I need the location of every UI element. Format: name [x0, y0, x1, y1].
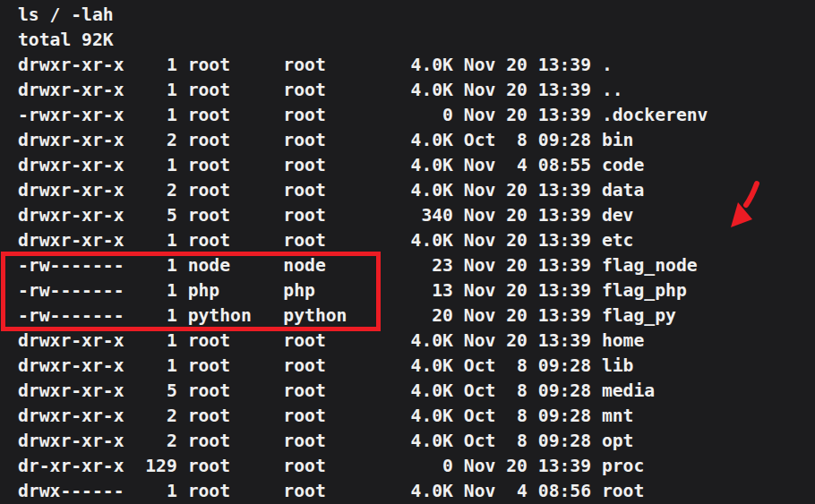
terminal-line: drwxr-xr-x 1 root root 4.0K Nov 20 13:39…	[18, 53, 708, 78]
terminal-line: -rwxr-xr-x 1 root root 0 Nov 20 13:39 .d…	[18, 103, 708, 128]
terminal-line: -rw------- 1 python python 20 Nov 20 13:…	[18, 303, 708, 329]
arrow-head	[731, 202, 752, 227]
arrow-shaft	[746, 184, 757, 205]
terminal-line: drwxr-xr-x 1 root root 4.0K Nov 20 13:39…	[18, 228, 708, 253]
terminal-line: drwxr-xr-x 2 root root 4.0K Nov 20 13:39…	[18, 178, 708, 203]
terminal-line: dr-xr-xr-x 129 root root 0 Nov 20 13:39 …	[18, 454, 708, 479]
terminal-line: drwxr-xr-x 2 root root 4.0K Oct 8 09:28 …	[18, 128, 708, 153]
red-arrow-icon	[716, 175, 770, 237]
terminal-line: -rw------- 1 node node 23 Nov 20 13:39 f…	[18, 253, 708, 278]
terminal-line: drwxr-xr-x 1 root root 4.0K Oct 8 09:28 …	[18, 354, 708, 379]
terminal-output: ls / -lahtotal 92Kdrwxr-xr-x 1 root root…	[18, 3, 708, 504]
terminal-line: drwxr-xr-x 1 root root 4.0K Nov 20 13:39…	[18, 78, 708, 103]
terminal-line: drwxr-xr-x 2 root root 4.0K Oct 8 09:28 …	[18, 429, 708, 454]
terminal-line: drwxr-xr-x 5 root root 340 Nov 20 13:39 …	[18, 203, 708, 228]
terminal-line: drwxr-xr-x 5 root root 4.0K Oct 8 09:28 …	[18, 379, 708, 404]
terminal-window[interactable]: ls / -lahtotal 92Kdrwxr-xr-x 1 root root…	[0, 0, 815, 504]
terminal-line: total 92K	[18, 28, 708, 53]
terminal-line: ls / -lah	[18, 3, 708, 28]
terminal-line: drwx------ 1 root root 4.0K Nov 4 08:56 …	[18, 479, 708, 504]
terminal-line: drwxr-xr-x 2 root root 4.0K Oct 8 09:28 …	[18, 404, 708, 429]
terminal-line: drwxr-xr-x 1 root root 4.0K Nov 4 08:55 …	[18, 153, 708, 178]
terminal-line: -rw------- 1 php php 13 Nov 20 13:39 fla…	[18, 278, 708, 303]
terminal-line: drwxr-xr-x 1 root root 4.0K Nov 20 13:39…	[18, 329, 708, 354]
